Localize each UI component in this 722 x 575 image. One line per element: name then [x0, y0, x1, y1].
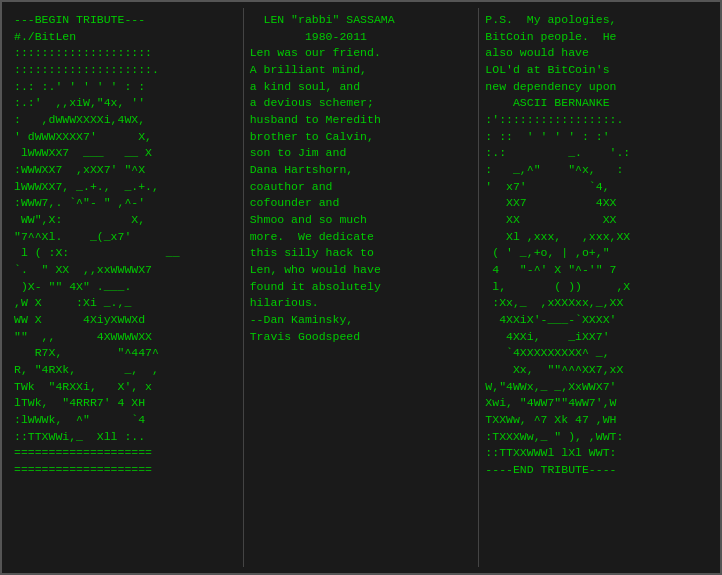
ascii-art-left: ---BEGIN TRIBUTE--- #./BitLen ::::::::::…	[8, 8, 244, 567]
ascii-art-right: P.S. My apologies, BitCoin people. He al…	[479, 8, 714, 567]
tribute-text: LEN "rabbi" SASSAMA 1980-2011 Len was ou…	[244, 8, 480, 567]
terminal-container: ---BEGIN TRIBUTE--- #./BitLen ::::::::::…	[0, 0, 722, 575]
